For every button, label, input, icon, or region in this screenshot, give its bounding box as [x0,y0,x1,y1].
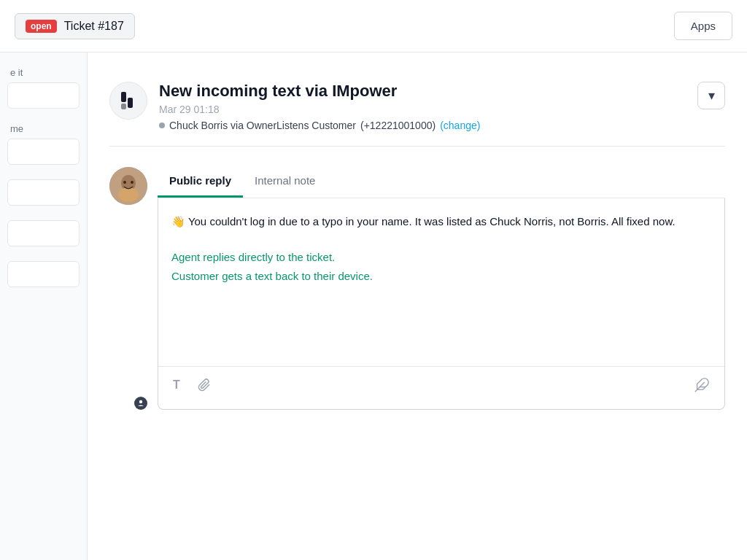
sidebar-item-2: me [7,123,80,165]
agent-info-line1: Agent replies directly to the ticket. [171,248,711,267]
chevron-down-icon: ▾ [708,88,715,104]
from-name: Chuck Borris via OwnerListens Customer [169,120,356,131]
puzzle-icon [694,377,710,393]
text-format-button[interactable]: T [170,376,183,394]
change-link[interactable]: (change) [440,120,480,131]
agent-info-line2: Customer gets a text back to their devic… [171,267,711,286]
impower-avatar [109,82,147,120]
svg-rect-1 [128,98,133,108]
sidebar-box-3 [7,179,80,206]
sidebar-box-2 [7,139,80,165]
sidebar-box-5 [7,261,80,287]
agent-badge [134,397,147,410]
svg-rect-2 [121,104,126,109]
sidebar-label-1: e it [7,67,80,78]
main-content: New incoming text via IMpower Mar 29 01:… [88,52,747,560]
reply-section: Public reply Internal note 👋 You couldn'… [109,147,725,410]
open-badge: open [26,20,57,33]
reply-emoji: 👋 [171,215,185,228]
sidebar-item-5 [7,261,80,287]
header-dropdown-button[interactable]: ▾ [697,82,725,109]
reply-box: Public reply Internal note 👋 You couldn'… [158,167,725,410]
tab-internal-note[interactable]: Internal note [243,167,327,198]
message-header-info: New incoming text via IMpower Mar 29 01:… [159,82,686,131]
puzzle-button[interactable] [691,374,713,396]
reply-tabs: Public reply Internal note [158,167,725,198]
reply-content-area: 👋 You couldn't log in due to a typo in y… [158,198,725,410]
person-icon [137,400,144,407]
message-header-title: New incoming text via IMpower [159,82,686,101]
impower-logo-icon [118,90,139,111]
message-header: New incoming text via IMpower Mar 29 01:… [109,67,725,147]
from-phone: (+12221001000) [360,120,436,131]
online-dot-icon [159,122,165,128]
apps-button[interactable]: Apps [674,12,732,40]
sidebar: e it me [0,52,88,560]
message-header-from: Chuck Borris via OwnerListens Customer (… [159,120,686,131]
text-format-icon: T [173,378,180,392]
sidebar-item-4 [7,220,80,246]
sidebar-box-1 [7,82,80,109]
agent-avatar [109,167,147,205]
ticket-badge-wrap: open Ticket #187 [15,13,135,39]
svg-point-7 [131,181,133,184]
agent-info-text: Agent replies directly to the ticket. Cu… [171,248,711,285]
tab-public-reply[interactable]: Public reply [158,167,243,198]
svg-point-6 [123,181,126,184]
top-bar: open Ticket #187 Apps [0,0,747,52]
message-header-date: Mar 29 01:18 [159,104,686,115]
sidebar-label-2: me [7,123,80,134]
agent-avatar-wrap [109,167,147,410]
svg-rect-0 [121,92,126,102]
agent-face-icon [109,167,147,205]
svg-point-5 [118,187,139,202]
sidebar-item-1: e it [7,67,80,109]
attach-button[interactable] [195,376,214,394]
ticket-title: Ticket #187 [64,20,124,33]
reply-toolbar: T [158,366,724,403]
reply-body-text: You couldn't log in due to a typo in you… [185,215,676,228]
sidebar-item-3 [7,179,80,206]
svg-point-8 [139,400,142,403]
sidebar-box-4 [7,220,80,246]
reply-text-area[interactable]: 👋 You couldn't log in due to a typo in y… [158,198,724,366]
paperclip-icon [198,378,211,392]
